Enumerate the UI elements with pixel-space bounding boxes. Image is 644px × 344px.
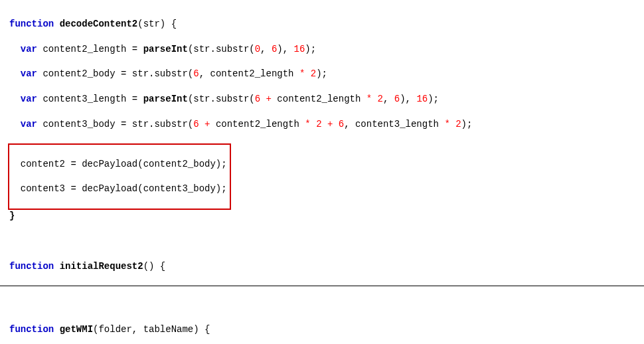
keyword-function: function	[9, 261, 54, 272]
code-line: var content2_length = parseInt(str.subst…	[9, 43, 635, 56]
number: 16	[416, 94, 428, 104]
text	[322, 119, 327, 129]
operator: +	[266, 94, 272, 104]
code-line: var content2_body = str.substr(6, conten…	[9, 68, 635, 80]
blank-line	[9, 235, 635, 248]
text: content2_length =	[37, 44, 143, 54]
code-line: function initialRequest2() {	[9, 260, 635, 273]
func-name: getWMI	[60, 324, 93, 335]
keyword-var: var	[21, 94, 37, 104]
text	[333, 119, 338, 129]
text: content2 = decPayload(content2_body);	[21, 159, 227, 169]
number: 6	[255, 94, 260, 104]
builtin: parseInt	[143, 94, 188, 104]
func-name: decodeContent2	[60, 19, 138, 29]
text: content3_length =	[37, 94, 143, 104]
highlight-box-1: content2 = decPayload(content2_body); co…	[8, 143, 231, 210]
number: 2	[455, 119, 461, 129]
keyword-function: function	[9, 324, 54, 335]
code-line: var content3_length = parseInt(str.subst…	[9, 93, 635, 106]
code-line: function getWMI(folder, tableName) {	[9, 323, 635, 336]
text: ,	[260, 44, 272, 54]
operator: *	[366, 94, 372, 104]
text	[372, 94, 377, 104]
text	[311, 119, 316, 129]
text: content2_length	[272, 94, 366, 104]
text: ),	[400, 94, 416, 104]
text: );	[461, 119, 473, 129]
brace: }	[9, 211, 15, 221]
text: ),	[277, 44, 293, 54]
text: content3_body = str.substr(	[37, 119, 193, 129]
text: );	[305, 44, 316, 54]
number: 0	[255, 44, 260, 54]
number: 16	[294, 44, 305, 54]
keyword-var: var	[21, 44, 37, 54]
text: );	[428, 94, 439, 104]
code-line: function decodeContent2(str) {	[9, 18, 635, 31]
text: content2_length	[210, 119, 305, 129]
text	[260, 94, 266, 104]
code-block: function decodeContent2(str) { var conte…	[0, 5, 644, 286]
text	[450, 119, 455, 129]
builtin: parseInt	[143, 44, 188, 54]
code-block: function getWMI(folder, tableName) {	[0, 286, 644, 344]
keyword-var: var	[21, 68, 37, 79]
keyword-var: var	[21, 119, 37, 129]
params: (str) {	[137, 19, 177, 29]
operator: *	[444, 119, 449, 129]
text	[199, 119, 204, 129]
text: ,	[383, 94, 394, 104]
number: 6	[339, 119, 344, 129]
number: 6	[193, 68, 199, 79]
func-name: initialRequest2	[60, 261, 143, 272]
keyword-function: function	[9, 19, 54, 29]
code-line: content3 = decPayload(content3_body);	[9, 183, 227, 195]
code-line: }	[9, 210, 635, 222]
blank-line	[9, 298, 635, 311]
number: 2	[316, 119, 321, 129]
number: 2	[378, 94, 383, 104]
text: content2_body = str.substr(	[37, 68, 193, 79]
params: () {	[143, 261, 166, 272]
text: content3 = decPayload(content3_body);	[21, 183, 227, 194]
code-line: var content3_body = str.substr(6 + conte…	[9, 118, 635, 131]
text: );	[316, 68, 327, 79]
number: 6	[394, 94, 400, 104]
params: (folder, tableName) {	[93, 324, 210, 335]
code-line: content2 = decPayload(content2_body);	[9, 158, 227, 171]
operator: *	[305, 119, 310, 129]
number: 6	[193, 119, 199, 129]
number: 2	[311, 68, 316, 79]
text: , content3_length	[344, 119, 444, 129]
text	[305, 68, 310, 79]
text: (str.substr(	[188, 94, 255, 104]
text: , content2_length	[199, 68, 299, 79]
text: (str.substr(	[188, 44, 255, 54]
